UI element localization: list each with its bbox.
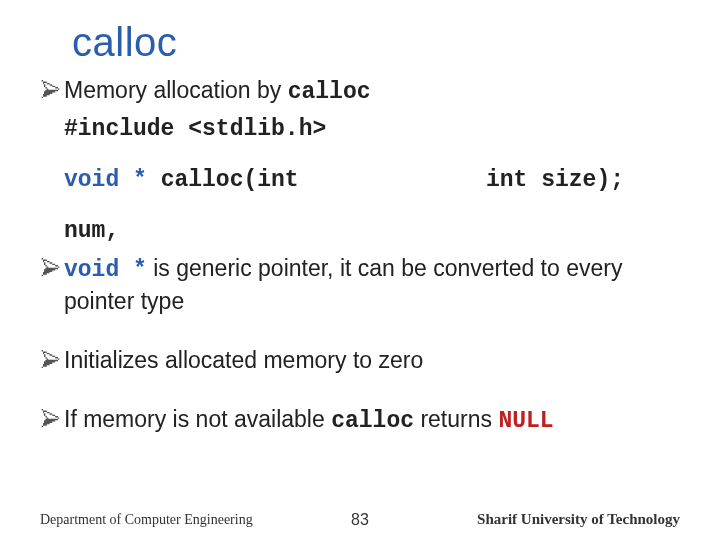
text: If memory is not available xyxy=(64,406,331,432)
slide-title: calloc xyxy=(72,20,680,65)
bullet-content: If memory is not available calloc return… xyxy=(64,404,554,437)
num-row: num, xyxy=(40,216,680,247)
include-row: #include <stdlib.h> xyxy=(40,114,680,145)
text: Memory allocation by xyxy=(64,77,288,103)
slide: calloc ⮚ Memory allocation by calloc #in… xyxy=(0,0,720,540)
proto-right: int size); xyxy=(486,165,624,196)
bullet-icon: ⮚ xyxy=(40,75,64,106)
spacer xyxy=(40,216,64,218)
footer-right: Sharif University of Technology xyxy=(477,511,680,528)
num-line: num, xyxy=(64,216,119,247)
footer-left: Department of Computer Engineering xyxy=(40,512,253,528)
bullet-content: void * is generic pointer, it can be con… xyxy=(64,253,680,317)
proto-mid: calloc(int xyxy=(147,167,299,193)
footer: Department of Computer Engineering 83 Sh… xyxy=(0,511,720,528)
page-number: 83 xyxy=(351,511,369,529)
spacer xyxy=(40,165,64,167)
proto-left: void * calloc(int xyxy=(64,165,299,196)
spacer xyxy=(40,114,64,116)
null-kw: NULL xyxy=(498,408,553,434)
void-kw: void * xyxy=(64,167,147,193)
code: calloc xyxy=(288,79,371,105)
bullet-icon: ⮚ xyxy=(40,345,64,376)
bullet-icon: ⮚ xyxy=(40,253,64,284)
include-line: #include <stdlib.h> xyxy=(64,114,326,145)
code: calloc xyxy=(331,408,414,434)
code: void * xyxy=(64,257,147,283)
prototype: void * calloc(int int size); xyxy=(64,165,624,196)
text: is generic pointer, it can be converted … xyxy=(64,255,622,314)
bullet-content: Memory allocation by calloc xyxy=(64,75,371,108)
text: returns xyxy=(414,406,498,432)
bullet-row-2: ⮚ void * is generic pointer, it can be c… xyxy=(40,253,680,317)
bullet-icon: ⮚ xyxy=(40,404,64,435)
bullet-row-3: ⮚ Initializes allocated memory to zero xyxy=(40,345,680,376)
bullet-row-4: ⮚ If memory is not available calloc retu… xyxy=(40,404,680,437)
text: Initializes allocated memory to zero xyxy=(64,345,423,376)
prototype-row: void * calloc(int int size); xyxy=(40,165,680,196)
bullet-row-1: ⮚ Memory allocation by calloc xyxy=(40,75,680,108)
